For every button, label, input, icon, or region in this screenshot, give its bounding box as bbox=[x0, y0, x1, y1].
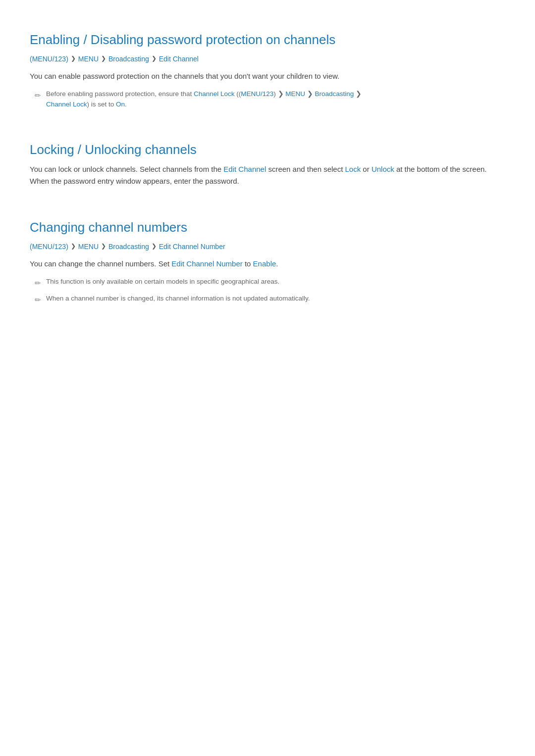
section-password-protection: Enabling / Disabling password protection… bbox=[30, 20, 505, 110]
note-highlight-menu123: MENU/123 bbox=[241, 90, 273, 98]
breadcrumb-broadcasting-2[interactable]: Broadcasting bbox=[108, 241, 149, 252]
body-text-1: You can enable password protection on th… bbox=[30, 70, 505, 83]
breadcrumb-menu123-2[interactable]: (MENU/123) bbox=[30, 241, 68, 252]
note-block-2: ✏ This function is only available on cer… bbox=[35, 276, 505, 289]
section-locking-unlocking: Locking / Unlocking channels You can loc… bbox=[30, 130, 505, 188]
pencil-icon-3: ✏ bbox=[35, 294, 41, 306]
note-highlight-channel-lock: Channel Lock bbox=[194, 90, 235, 98]
note-text-2: This function is only available on certa… bbox=[46, 276, 279, 287]
breadcrumb-broadcasting-1[interactable]: Broadcasting bbox=[108, 53, 149, 64]
breadcrumb-chevron-2c: ❯ bbox=[152, 242, 157, 251]
inline-enable: Enable bbox=[253, 259, 276, 268]
breadcrumb-edit-channel-1[interactable]: Edit Channel bbox=[159, 53, 199, 64]
note-block-1: ✏ Before enabling password protection, e… bbox=[35, 89, 505, 110]
note-highlight-on: On bbox=[116, 101, 125, 108]
chevron-inline: ❯ bbox=[278, 90, 284, 98]
breadcrumb-chevron-2a: ❯ bbox=[71, 242, 76, 251]
note-text-1: Before enabling password protection, ens… bbox=[46, 89, 362, 110]
pencil-icon-2: ✏ bbox=[35, 277, 41, 289]
inline-lock: Lock bbox=[345, 165, 361, 173]
section-changing-channel-numbers: Changing channel numbers (MENU/123) ❯ ME… bbox=[30, 207, 505, 306]
breadcrumb-menu-1[interactable]: MENU bbox=[78, 53, 99, 64]
chevron-inline: ❯ bbox=[307, 90, 313, 98]
page-content: Enabling / Disabling password protection… bbox=[30, 20, 505, 306]
inline-edit-channel-number: Edit Channel Number bbox=[171, 259, 242, 268]
body-text-2: You can lock or unlock channels. Select … bbox=[30, 163, 505, 188]
note-block-3: ✏ When a channel number is changed, its … bbox=[35, 293, 505, 306]
breadcrumb-menu123-1[interactable]: (MENU/123) bbox=[30, 53, 68, 64]
breadcrumb-edit-channel-number[interactable]: Edit Channel Number bbox=[159, 241, 225, 252]
section-title-3: Changing channel numbers bbox=[30, 207, 505, 238]
breadcrumb-chevron-2b: ❯ bbox=[101, 242, 106, 251]
breadcrumb-chevron: ❯ bbox=[101, 54, 106, 63]
breadcrumb-chevron: ❯ bbox=[71, 54, 76, 63]
note-highlight-menu: MENU bbox=[285, 90, 305, 98]
section-title-2: Locking / Unlocking channels bbox=[30, 130, 505, 160]
chevron-inline: ❯ bbox=[356, 90, 362, 98]
breadcrumb-chevron: ❯ bbox=[152, 54, 157, 63]
note-highlight-channel-lock-2: Channel Lock bbox=[46, 101, 87, 108]
breadcrumb-2: (MENU/123) ❯ MENU ❯ Broadcasting ❯ Edit … bbox=[30, 241, 505, 252]
note-text-3: When a channel number is changed, its ch… bbox=[46, 293, 310, 304]
section-title-1: Enabling / Disabling password protection… bbox=[30, 20, 505, 50]
note-highlight-broadcasting: Broadcasting bbox=[315, 90, 354, 98]
breadcrumb-1: (MENU/123) ❯ MENU ❯ Broadcasting ❯ Edit … bbox=[30, 53, 505, 64]
breadcrumb-menu-2[interactable]: MENU bbox=[78, 241, 99, 252]
inline-edit-channel: Edit Channel bbox=[223, 165, 266, 173]
pencil-icon-1: ✏ bbox=[35, 90, 41, 101]
inline-unlock: Unlock bbox=[372, 165, 394, 173]
body-text-3: You can change the channel numbers. Set … bbox=[30, 258, 505, 270]
